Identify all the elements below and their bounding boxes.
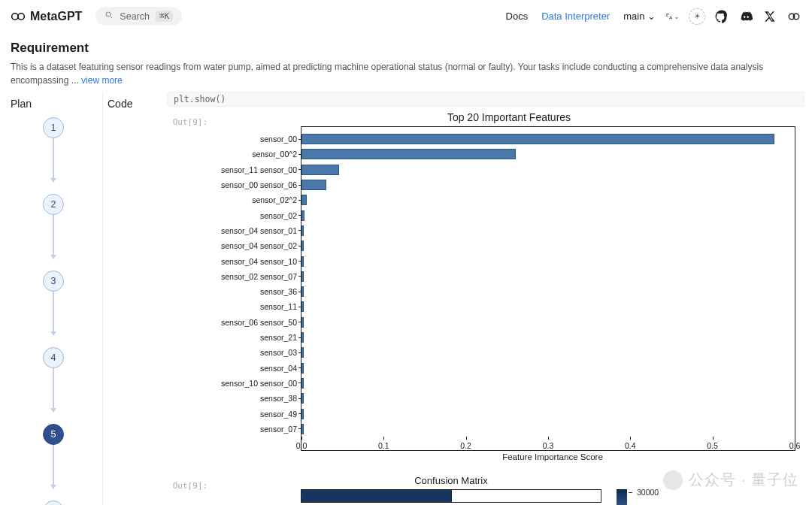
bar <box>301 363 304 373</box>
x-tick-label: 0.5 <box>707 441 718 450</box>
bar-label: sensor_49 <box>260 410 301 419</box>
bar-label: sensor_38 <box>260 394 301 403</box>
bar-label: sensor_00 sensor_06 <box>221 180 301 189</box>
bar-label: sensor_03 <box>260 348 301 357</box>
plan-step-4[interactable]: 4 <box>43 347 64 368</box>
plan-step-5[interactable]: 5 <box>43 424 64 445</box>
chevron-down-icon: ⌄ <box>674 13 680 20</box>
discord-icon[interactable] <box>738 9 753 24</box>
colorbar <box>617 489 627 505</box>
search-placeholder: Search <box>120 11 150 22</box>
x-tick-label: 0.0 <box>296 441 308 450</box>
bar-chart: sensor_00sensor_00^2sensor_11 sensor_00s… <box>301 126 795 451</box>
confusion-matrix: 30000 <box>301 489 804 505</box>
bar-label: sensor_02 <box>260 211 301 220</box>
output-panel: plt.show() Out[9]: Top 20 Important Feat… <box>167 92 812 505</box>
bar <box>301 165 339 175</box>
bar-label: sensor_36 <box>260 287 301 296</box>
svg-point-1 <box>18 13 24 19</box>
bar <box>301 409 304 419</box>
x-tick-label: 0.2 <box>460 441 471 450</box>
bar <box>301 286 304 297</box>
theme-toggle-icon[interactable]: ☀ <box>689 8 705 25</box>
nav-docs[interactable]: Docs <box>506 11 529 22</box>
bar <box>301 195 307 205</box>
x-twitter-icon[interactable] <box>762 9 777 24</box>
bar <box>301 424 304 434</box>
bar-label: sensor_06 sensor_50 <box>221 318 301 327</box>
bar-label: sensor_10 sensor_00 <box>221 379 301 388</box>
bar-label: sensor_21 <box>260 333 301 342</box>
cm-cell <box>451 490 601 502</box>
bar <box>301 149 516 159</box>
bar-label: sensor_00 <box>260 135 301 144</box>
bar-label: sensor_11 sensor_00 <box>221 165 301 174</box>
bar <box>301 393 304 404</box>
app-logo-icon[interactable] <box>786 9 801 24</box>
output-label-2: Out[9]: <box>171 481 208 491</box>
colorbar-tick: 30000 <box>637 488 659 497</box>
code-snippet: plt.show() <box>167 92 804 107</box>
bar-label: sensor_02^2 <box>252 195 301 204</box>
bar-label: sensor_04 sensor_10 <box>221 257 301 266</box>
requirement-body: This is a dataset featuring sensor readi… <box>11 60 801 87</box>
code-panel: Code <box>102 92 167 505</box>
bar-label: sensor_04 sensor_02 <box>221 241 301 250</box>
bar <box>301 256 304 267</box>
search-input[interactable]: Search ⌘K <box>95 7 182 26</box>
plan-step-3[interactable]: 3 <box>43 271 64 292</box>
plan-panel: Plan 1234567 <box>0 92 102 505</box>
bar <box>301 332 304 343</box>
x-tick-label: 0.6 <box>789 441 801 450</box>
svg-line-3 <box>111 17 113 19</box>
output-cell-chart: Out[9]: Top 20 Important Features sensor… <box>167 111 804 461</box>
bar <box>301 378 304 389</box>
plan-step-2[interactable]: 2 <box>43 194 64 215</box>
plan-heading: Plan <box>11 98 96 110</box>
requirement-section: Requirement This is a dataset featuring … <box>0 33 812 92</box>
bar-label: sensor_00^2 <box>252 150 301 159</box>
github-icon[interactable] <box>714 9 729 24</box>
bar <box>301 301 304 312</box>
output-cell-confusion: Out[9]: Confusion Matrix 30000 <box>167 475 804 505</box>
logo-icon <box>11 9 26 24</box>
bar <box>301 225 304 236</box>
x-tick-label: 0.3 <box>543 441 554 450</box>
requirement-heading: Requirement <box>11 41 801 56</box>
svg-point-0 <box>12 13 18 19</box>
bar <box>301 347 304 358</box>
confusion-matrix-title: Confusion Matrix <box>301 475 601 486</box>
plan-step-6[interactable]: 6 <box>43 500 64 505</box>
chart-title: Top 20 Important Features <box>214 111 804 123</box>
bar <box>301 134 774 144</box>
nav-data-interpreter[interactable]: Data Interpreter <box>541 11 610 22</box>
branch-selector[interactable]: main ⌄ <box>623 11 656 22</box>
bar <box>301 240 304 251</box>
view-more-link[interactable]: view more <box>81 75 123 86</box>
brand-name: MetaGPT <box>30 10 82 23</box>
search-shortcut: ⌘K <box>156 11 173 22</box>
search-icon <box>105 11 114 22</box>
bar-label: sensor_04 <box>260 364 301 373</box>
bar-label: sensor_02 sensor_07 <box>221 272 301 281</box>
bar <box>301 317 304 328</box>
x-tick-label: 0.4 <box>625 441 636 450</box>
cm-cell <box>301 490 451 502</box>
bar-label: sensor_04 sensor_01 <box>221 226 301 235</box>
bar-label: sensor_11 <box>260 302 301 311</box>
code-heading: Code <box>108 98 162 110</box>
x-axis-label: Feature Importance Score <box>214 452 804 461</box>
x-tick-label: 0.1 <box>378 441 389 450</box>
language-icon[interactable]: ⌄ <box>665 9 680 24</box>
plan-steps: 1234567 <box>11 117 96 505</box>
bar <box>301 210 304 221</box>
svg-point-2 <box>106 12 111 17</box>
bar-label: sensor_07 <box>260 425 301 434</box>
app-header: MetaGPT Search ⌘K Docs Data Interpreter … <box>0 0 812 33</box>
output-label: Out[9]: <box>171 117 208 127</box>
plan-step-1[interactable]: 1 <box>43 117 64 138</box>
chevron-down-icon: ⌄ <box>647 11 656 22</box>
bar <box>301 271 304 282</box>
bar <box>301 180 326 190</box>
